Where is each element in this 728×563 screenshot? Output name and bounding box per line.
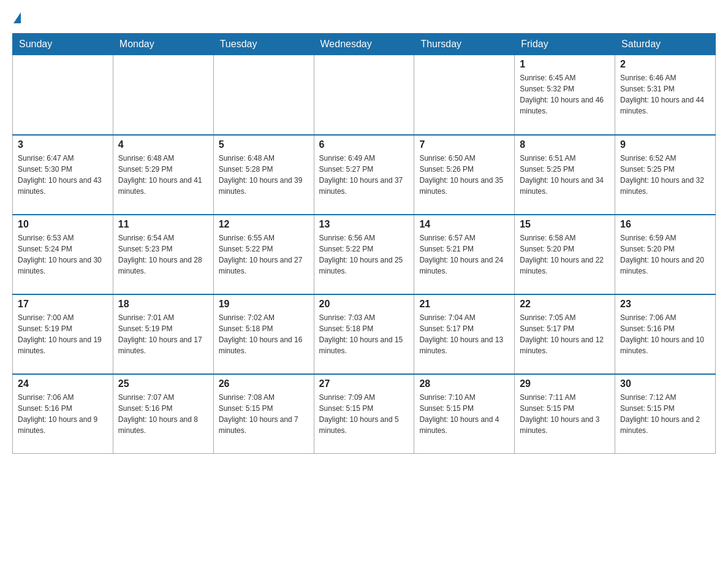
day-number: 14 — [419, 219, 509, 230]
weekday-header-saturday: Saturday — [615, 34, 716, 55]
page-header — [12, 12, 716, 23]
calendar-cell: 2Sunrise: 6:46 AM Sunset: 5:31 PM Daylig… — [615, 55, 716, 135]
day-info: Sunrise: 7:02 AM Sunset: 5:18 PM Dayligh… — [219, 312, 309, 356]
day-info: Sunrise: 6:48 AM Sunset: 5:29 PM Dayligh… — [118, 153, 208, 197]
calendar-cell — [414, 55, 515, 135]
day-number: 19 — [219, 299, 309, 310]
day-info: Sunrise: 7:03 AM Sunset: 5:18 PM Dayligh… — [319, 312, 409, 356]
day-info: Sunrise: 6:48 AM Sunset: 5:28 PM Dayligh… — [219, 153, 309, 197]
day-number: 2 — [620, 59, 710, 70]
calendar-cell: 16Sunrise: 6:59 AM Sunset: 5:20 PM Dayli… — [615, 215, 716, 294]
day-number: 1 — [520, 59, 610, 70]
calendar-cell: 3Sunrise: 6:47 AM Sunset: 5:30 PM Daylig… — [13, 135, 113, 215]
calendar-cell: 12Sunrise: 6:55 AM Sunset: 5:22 PM Dayli… — [213, 215, 314, 294]
calendar-cell: 22Sunrise: 7:05 AM Sunset: 5:17 PM Dayli… — [515, 294, 615, 374]
day-number: 23 — [620, 299, 710, 310]
day-info: Sunrise: 6:58 AM Sunset: 5:20 PM Dayligh… — [520, 232, 610, 277]
calendar-cell: 20Sunrise: 7:03 AM Sunset: 5:18 PM Dayli… — [314, 294, 414, 374]
day-info: Sunrise: 6:55 AM Sunset: 5:22 PM Dayligh… — [219, 232, 309, 277]
week-row-4: 17Sunrise: 7:00 AM Sunset: 5:19 PM Dayli… — [13, 294, 716, 374]
calendar-cell: 27Sunrise: 7:09 AM Sunset: 5:15 PM Dayli… — [314, 374, 414, 454]
day-number: 10 — [18, 219, 108, 230]
calendar-cell: 29Sunrise: 7:11 AM Sunset: 5:15 PM Dayli… — [515, 374, 615, 454]
calendar-cell: 30Sunrise: 7:12 AM Sunset: 5:15 PM Dayli… — [615, 374, 716, 454]
weekday-header-sunday: Sunday — [13, 34, 113, 55]
calendar-table: SundayMondayTuesdayWednesdayThursdayFrid… — [12, 33, 716, 454]
weekday-header-tuesday: Tuesday — [213, 34, 314, 55]
day-info: Sunrise: 7:01 AM Sunset: 5:19 PM Dayligh… — [118, 312, 208, 356]
calendar-cell: 14Sunrise: 6:57 AM Sunset: 5:21 PM Dayli… — [414, 215, 515, 294]
day-info: Sunrise: 6:59 AM Sunset: 5:20 PM Dayligh… — [620, 232, 710, 277]
logo — [12, 12, 22, 23]
weekday-header-monday: Monday — [113, 34, 213, 55]
week-row-5: 24Sunrise: 7:06 AM Sunset: 5:16 PM Dayli… — [13, 374, 716, 454]
calendar-cell: 24Sunrise: 7:06 AM Sunset: 5:16 PM Dayli… — [13, 374, 113, 454]
day-number: 5 — [219, 139, 309, 150]
calendar-cell: 11Sunrise: 6:54 AM Sunset: 5:23 PM Dayli… — [113, 215, 213, 294]
day-info: Sunrise: 6:57 AM Sunset: 5:21 PM Dayligh… — [419, 232, 509, 277]
calendar-cell: 23Sunrise: 7:06 AM Sunset: 5:16 PM Dayli… — [615, 294, 716, 374]
day-number: 7 — [419, 139, 509, 150]
day-info: Sunrise: 6:49 AM Sunset: 5:27 PM Dayligh… — [319, 153, 409, 197]
week-row-1: 1Sunrise: 6:45 AM Sunset: 5:32 PM Daylig… — [13, 55, 716, 135]
day-info: Sunrise: 7:07 AM Sunset: 5:16 PM Dayligh… — [118, 392, 208, 436]
day-number: 17 — [18, 299, 108, 310]
day-number: 21 — [419, 299, 509, 310]
calendar-cell: 6Sunrise: 6:49 AM Sunset: 5:27 PM Daylig… — [314, 135, 414, 215]
weekday-header-thursday: Thursday — [414, 34, 515, 55]
day-info: Sunrise: 6:53 AM Sunset: 5:24 PM Dayligh… — [18, 232, 108, 277]
day-info: Sunrise: 7:06 AM Sunset: 5:16 PM Dayligh… — [620, 312, 710, 356]
day-info: Sunrise: 7:05 AM Sunset: 5:17 PM Dayligh… — [520, 312, 610, 356]
day-number: 28 — [419, 378, 509, 389]
day-info: Sunrise: 6:46 AM Sunset: 5:31 PM Dayligh… — [620, 72, 710, 117]
day-number: 8 — [520, 139, 610, 150]
calendar-cell: 19Sunrise: 7:02 AM Sunset: 5:18 PM Dayli… — [213, 294, 314, 374]
calendar-cell: 28Sunrise: 7:10 AM Sunset: 5:15 PM Dayli… — [414, 374, 515, 454]
day-info: Sunrise: 7:08 AM Sunset: 5:15 PM Dayligh… — [219, 392, 309, 436]
day-info: Sunrise: 7:09 AM Sunset: 5:15 PM Dayligh… — [319, 392, 409, 436]
calendar-cell: 26Sunrise: 7:08 AM Sunset: 5:15 PM Dayli… — [213, 374, 314, 454]
calendar-cell: 9Sunrise: 6:52 AM Sunset: 5:25 PM Daylig… — [615, 135, 716, 215]
day-number: 9 — [620, 139, 710, 150]
weekday-header-wednesday: Wednesday — [314, 34, 414, 55]
calendar-cell — [314, 55, 414, 135]
day-info: Sunrise: 7:12 AM Sunset: 5:15 PM Dayligh… — [620, 392, 710, 436]
calendar-cell: 8Sunrise: 6:51 AM Sunset: 5:25 PM Daylig… — [515, 135, 615, 215]
weekday-header-friday: Friday — [515, 34, 615, 55]
day-number: 18 — [118, 299, 208, 310]
weekday-header-row: SundayMondayTuesdayWednesdayThursdayFrid… — [13, 34, 716, 55]
day-number: 29 — [520, 378, 610, 389]
calendar-cell: 13Sunrise: 6:56 AM Sunset: 5:22 PM Dayli… — [314, 215, 414, 294]
day-number: 15 — [520, 219, 610, 230]
day-info: Sunrise: 7:04 AM Sunset: 5:17 PM Dayligh… — [419, 312, 509, 356]
day-info: Sunrise: 6:51 AM Sunset: 5:25 PM Dayligh… — [520, 153, 610, 197]
calendar-cell: 7Sunrise: 6:50 AM Sunset: 5:26 PM Daylig… — [414, 135, 515, 215]
day-number: 6 — [319, 139, 409, 150]
day-number: 11 — [118, 219, 208, 230]
day-number: 26 — [219, 378, 309, 389]
day-info: Sunrise: 6:54 AM Sunset: 5:23 PM Dayligh… — [118, 232, 208, 277]
day-number: 24 — [18, 378, 108, 389]
day-number: 4 — [118, 139, 208, 150]
week-row-2: 3Sunrise: 6:47 AM Sunset: 5:30 PM Daylig… — [13, 135, 716, 215]
calendar-cell: 1Sunrise: 6:45 AM Sunset: 5:32 PM Daylig… — [515, 55, 615, 135]
calendar-cell: 17Sunrise: 7:00 AM Sunset: 5:19 PM Dayli… — [13, 294, 113, 374]
day-info: Sunrise: 7:00 AM Sunset: 5:19 PM Dayligh… — [18, 312, 108, 356]
day-number: 16 — [620, 219, 710, 230]
calendar-cell: 18Sunrise: 7:01 AM Sunset: 5:19 PM Dayli… — [113, 294, 213, 374]
calendar-cell — [213, 55, 314, 135]
calendar-cell — [113, 55, 213, 135]
day-number: 27 — [319, 378, 409, 389]
day-info: Sunrise: 6:50 AM Sunset: 5:26 PM Dayligh… — [419, 153, 509, 197]
day-number: 12 — [219, 219, 309, 230]
calendar-cell: 15Sunrise: 6:58 AM Sunset: 5:20 PM Dayli… — [515, 215, 615, 294]
logo-triangle-icon — [13, 12, 21, 23]
day-info: Sunrise: 7:11 AM Sunset: 5:15 PM Dayligh… — [520, 392, 610, 436]
day-info: Sunrise: 6:56 AM Sunset: 5:22 PM Dayligh… — [319, 232, 409, 277]
day-info: Sunrise: 6:45 AM Sunset: 5:32 PM Dayligh… — [520, 72, 610, 117]
day-number: 13 — [319, 219, 409, 230]
calendar-cell: 4Sunrise: 6:48 AM Sunset: 5:29 PM Daylig… — [113, 135, 213, 215]
calendar-cell — [13, 55, 113, 135]
day-info: Sunrise: 7:10 AM Sunset: 5:15 PM Dayligh… — [419, 392, 509, 436]
day-info: Sunrise: 6:47 AM Sunset: 5:30 PM Dayligh… — [18, 153, 108, 197]
